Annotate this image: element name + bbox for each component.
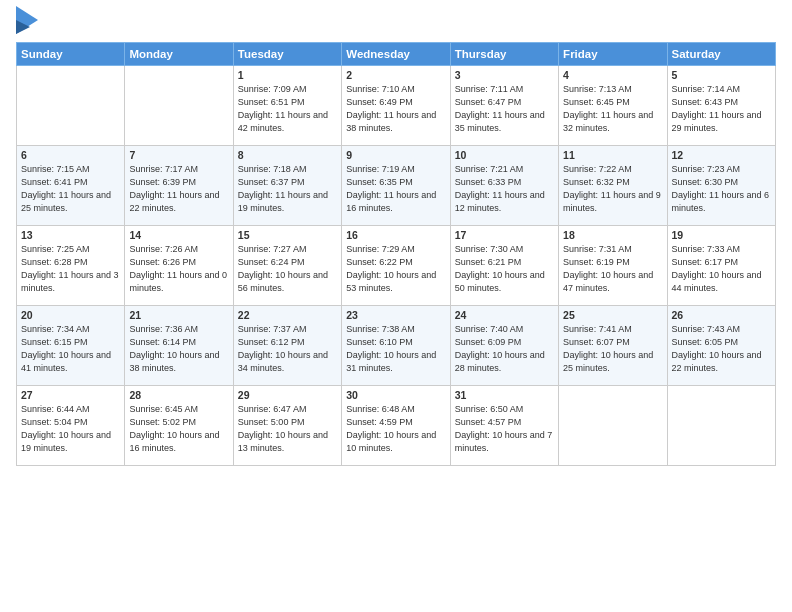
day-info: Sunrise: 7:34 AMSunset: 6:15 PMDaylight:…: [21, 323, 120, 375]
logo-icon: [16, 6, 38, 34]
day-number: 21: [129, 309, 228, 321]
calendar-cell: 14Sunrise: 7:26 AMSunset: 6:26 PMDayligh…: [125, 226, 233, 306]
calendar-cell: 20Sunrise: 7:34 AMSunset: 6:15 PMDayligh…: [17, 306, 125, 386]
calendar-cell: 25Sunrise: 7:41 AMSunset: 6:07 PMDayligh…: [559, 306, 667, 386]
day-number: 22: [238, 309, 337, 321]
day-info: Sunrise: 7:43 AMSunset: 6:05 PMDaylight:…: [672, 323, 771, 375]
calendar-cell: 19Sunrise: 7:33 AMSunset: 6:17 PMDayligh…: [667, 226, 775, 306]
day-number: 19: [672, 229, 771, 241]
day-info: Sunrise: 7:19 AMSunset: 6:35 PMDaylight:…: [346, 163, 445, 215]
calendar-cell: [667, 386, 775, 466]
day-number: 2: [346, 69, 445, 81]
calendar-cell: 1Sunrise: 7:09 AMSunset: 6:51 PMDaylight…: [233, 66, 341, 146]
day-info: Sunrise: 7:25 AMSunset: 6:28 PMDaylight:…: [21, 243, 120, 295]
calendar-table: SundayMondayTuesdayWednesdayThursdayFrid…: [16, 42, 776, 466]
day-number: 3: [455, 69, 554, 81]
day-number: 30: [346, 389, 445, 401]
calendar-cell: 26Sunrise: 7:43 AMSunset: 6:05 PMDayligh…: [667, 306, 775, 386]
day-info: Sunrise: 6:47 AMSunset: 5:00 PMDaylight:…: [238, 403, 337, 455]
day-info: Sunrise: 7:18 AMSunset: 6:37 PMDaylight:…: [238, 163, 337, 215]
calendar-week-row: 6Sunrise: 7:15 AMSunset: 6:41 PMDaylight…: [17, 146, 776, 226]
calendar-cell: 11Sunrise: 7:22 AMSunset: 6:32 PMDayligh…: [559, 146, 667, 226]
day-info: Sunrise: 6:48 AMSunset: 4:59 PMDaylight:…: [346, 403, 445, 455]
calendar-cell: 9Sunrise: 7:19 AMSunset: 6:35 PMDaylight…: [342, 146, 450, 226]
col-header-sunday: Sunday: [17, 43, 125, 66]
calendar-cell: 31Sunrise: 6:50 AMSunset: 4:57 PMDayligh…: [450, 386, 558, 466]
day-number: 1: [238, 69, 337, 81]
day-info: Sunrise: 7:31 AMSunset: 6:19 PMDaylight:…: [563, 243, 662, 295]
calendar-cell: 28Sunrise: 6:45 AMSunset: 5:02 PMDayligh…: [125, 386, 233, 466]
logo: [16, 10, 40, 34]
day-number: 9: [346, 149, 445, 161]
day-info: Sunrise: 7:15 AMSunset: 6:41 PMDaylight:…: [21, 163, 120, 215]
day-number: 31: [455, 389, 554, 401]
day-number: 13: [21, 229, 120, 241]
calendar-cell: 27Sunrise: 6:44 AMSunset: 5:04 PMDayligh…: [17, 386, 125, 466]
day-info: Sunrise: 7:36 AMSunset: 6:14 PMDaylight:…: [129, 323, 228, 375]
calendar-cell: 3Sunrise: 7:11 AMSunset: 6:47 PMDaylight…: [450, 66, 558, 146]
calendar-page: SundayMondayTuesdayWednesdayThursdayFrid…: [0, 0, 792, 612]
day-info: Sunrise: 7:27 AMSunset: 6:24 PMDaylight:…: [238, 243, 337, 295]
col-header-monday: Monday: [125, 43, 233, 66]
day-info: Sunrise: 6:50 AMSunset: 4:57 PMDaylight:…: [455, 403, 554, 455]
calendar-cell: 29Sunrise: 6:47 AMSunset: 5:00 PMDayligh…: [233, 386, 341, 466]
calendar-cell: [559, 386, 667, 466]
day-info: Sunrise: 7:41 AMSunset: 6:07 PMDaylight:…: [563, 323, 662, 375]
day-info: Sunrise: 7:26 AMSunset: 6:26 PMDaylight:…: [129, 243, 228, 295]
day-number: 15: [238, 229, 337, 241]
day-info: Sunrise: 7:13 AMSunset: 6:45 PMDaylight:…: [563, 83, 662, 135]
day-number: 29: [238, 389, 337, 401]
day-info: Sunrise: 7:21 AMSunset: 6:33 PMDaylight:…: [455, 163, 554, 215]
day-number: 11: [563, 149, 662, 161]
day-info: Sunrise: 7:09 AMSunset: 6:51 PMDaylight:…: [238, 83, 337, 135]
calendar-cell: 23Sunrise: 7:38 AMSunset: 6:10 PMDayligh…: [342, 306, 450, 386]
day-number: 5: [672, 69, 771, 81]
day-number: 16: [346, 229, 445, 241]
day-number: 28: [129, 389, 228, 401]
calendar-cell: 22Sunrise: 7:37 AMSunset: 6:12 PMDayligh…: [233, 306, 341, 386]
col-header-tuesday: Tuesday: [233, 43, 341, 66]
calendar-cell: 8Sunrise: 7:18 AMSunset: 6:37 PMDaylight…: [233, 146, 341, 226]
day-info: Sunrise: 6:45 AMSunset: 5:02 PMDaylight:…: [129, 403, 228, 455]
day-info: Sunrise: 7:23 AMSunset: 6:30 PMDaylight:…: [672, 163, 771, 215]
calendar-cell: 24Sunrise: 7:40 AMSunset: 6:09 PMDayligh…: [450, 306, 558, 386]
day-info: Sunrise: 7:40 AMSunset: 6:09 PMDaylight:…: [455, 323, 554, 375]
calendar-cell: 2Sunrise: 7:10 AMSunset: 6:49 PMDaylight…: [342, 66, 450, 146]
calendar-week-row: 20Sunrise: 7:34 AMSunset: 6:15 PMDayligh…: [17, 306, 776, 386]
col-header-friday: Friday: [559, 43, 667, 66]
day-number: 8: [238, 149, 337, 161]
header: [16, 10, 776, 34]
calendar-header-row: SundayMondayTuesdayWednesdayThursdayFrid…: [17, 43, 776, 66]
day-info: Sunrise: 7:17 AMSunset: 6:39 PMDaylight:…: [129, 163, 228, 215]
day-number: 12: [672, 149, 771, 161]
day-info: Sunrise: 7:30 AMSunset: 6:21 PMDaylight:…: [455, 243, 554, 295]
calendar-cell: 6Sunrise: 7:15 AMSunset: 6:41 PMDaylight…: [17, 146, 125, 226]
day-info: Sunrise: 7:38 AMSunset: 6:10 PMDaylight:…: [346, 323, 445, 375]
col-header-saturday: Saturday: [667, 43, 775, 66]
calendar-week-row: 13Sunrise: 7:25 AMSunset: 6:28 PMDayligh…: [17, 226, 776, 306]
col-header-thursday: Thursday: [450, 43, 558, 66]
calendar-cell: 30Sunrise: 6:48 AMSunset: 4:59 PMDayligh…: [342, 386, 450, 466]
day-number: 14: [129, 229, 228, 241]
col-header-wednesday: Wednesday: [342, 43, 450, 66]
day-info: Sunrise: 6:44 AMSunset: 5:04 PMDaylight:…: [21, 403, 120, 455]
day-number: 24: [455, 309, 554, 321]
day-number: 10: [455, 149, 554, 161]
calendar-cell: 13Sunrise: 7:25 AMSunset: 6:28 PMDayligh…: [17, 226, 125, 306]
calendar-cell: [125, 66, 233, 146]
day-number: 18: [563, 229, 662, 241]
calendar-cell: 21Sunrise: 7:36 AMSunset: 6:14 PMDayligh…: [125, 306, 233, 386]
calendar-cell: 16Sunrise: 7:29 AMSunset: 6:22 PMDayligh…: [342, 226, 450, 306]
day-number: 23: [346, 309, 445, 321]
day-number: 26: [672, 309, 771, 321]
calendar-cell: 10Sunrise: 7:21 AMSunset: 6:33 PMDayligh…: [450, 146, 558, 226]
day-info: Sunrise: 7:14 AMSunset: 6:43 PMDaylight:…: [672, 83, 771, 135]
calendar-week-row: 1Sunrise: 7:09 AMSunset: 6:51 PMDaylight…: [17, 66, 776, 146]
calendar-cell: 4Sunrise: 7:13 AMSunset: 6:45 PMDaylight…: [559, 66, 667, 146]
calendar-cell: 5Sunrise: 7:14 AMSunset: 6:43 PMDaylight…: [667, 66, 775, 146]
day-info: Sunrise: 7:29 AMSunset: 6:22 PMDaylight:…: [346, 243, 445, 295]
day-number: 20: [21, 309, 120, 321]
day-number: 6: [21, 149, 120, 161]
day-info: Sunrise: 7:22 AMSunset: 6:32 PMDaylight:…: [563, 163, 662, 215]
calendar-cell: 15Sunrise: 7:27 AMSunset: 6:24 PMDayligh…: [233, 226, 341, 306]
